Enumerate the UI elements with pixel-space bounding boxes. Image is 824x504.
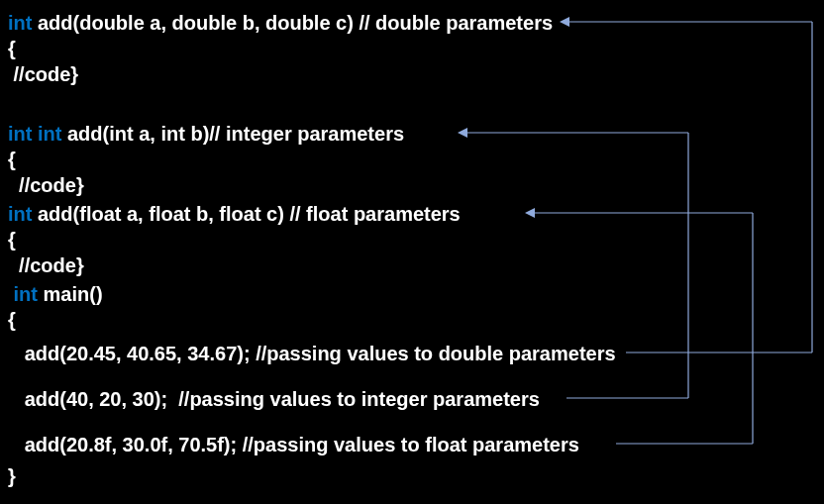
line-int-decl: int int add(int a, int b)// integer para… xyxy=(8,123,404,146)
keyword-int: int xyxy=(8,283,44,305)
call-double: add(20.45, 40.65, 34.67); //passing valu… xyxy=(8,343,616,365)
code-body: //code} xyxy=(8,254,84,277)
arrow-overlay xyxy=(0,0,824,504)
text: add(double a, double b, double c) // dou… xyxy=(38,12,553,34)
keyword-int: int xyxy=(8,12,38,34)
code-body: //code} xyxy=(8,63,78,86)
svg-marker-3 xyxy=(560,17,569,27)
line-float-decl: int add(float a, float b, float c) // fl… xyxy=(8,203,461,226)
text: add(int a, int b)// integer parameters xyxy=(67,123,404,145)
brace-open: { xyxy=(8,309,16,332)
svg-marker-11 xyxy=(525,208,535,218)
brace-open: { xyxy=(8,38,16,60)
line-double-decl: int add(double a, double b, double c) //… xyxy=(8,12,553,35)
keyword-int: int xyxy=(8,123,38,145)
call-float: add(20.8f, 30.0f, 70.5f); //passing valu… xyxy=(8,434,579,456)
code-body: //code} xyxy=(8,174,84,197)
brace-close: } xyxy=(8,465,16,488)
brace-open: { xyxy=(8,229,16,252)
call-int: add(40, 20, 30); //passing values to int… xyxy=(8,388,540,411)
keyword-int: int xyxy=(38,123,67,145)
text: main() xyxy=(44,283,103,305)
keyword-int: int xyxy=(8,203,38,225)
code-diagram: int add(double a, double b, double c) //… xyxy=(0,0,824,504)
svg-marker-7 xyxy=(458,128,467,138)
line-main-decl: int main() xyxy=(8,283,103,306)
brace-open: { xyxy=(8,149,16,171)
text: add(float a, float b, float c) // float … xyxy=(38,203,461,225)
